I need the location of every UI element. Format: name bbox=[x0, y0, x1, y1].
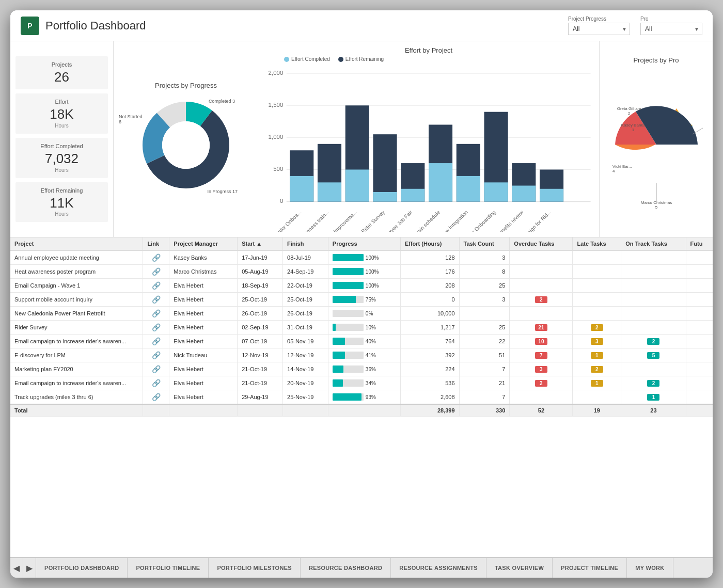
cell-effort: 2,608 bbox=[400, 390, 459, 405]
bar-completed-9 bbox=[512, 186, 536, 202]
bottom-tabs: ◀ ▶ PORTFOLIO DASHBOARD PORTFOLIO TIMELI… bbox=[10, 557, 713, 578]
table-row: Rider Survey 🔗 Elva Hebert 02-Sep-19 31-… bbox=[10, 321, 713, 335]
legend-remaining-dot bbox=[338, 57, 343, 62]
cell-overdue: 2 bbox=[510, 293, 573, 307]
total-late: 19 bbox=[573, 404, 621, 417]
cell-link[interactable]: 🔗 bbox=[143, 265, 169, 279]
col-manager[interactable]: Project Manager bbox=[169, 237, 238, 250]
link-icon[interactable]: 🔗 bbox=[152, 309, 161, 317]
svg-text:Kasey Banks: Kasey Banks bbox=[621, 123, 645, 128]
tab-resource-dashboard[interactable]: RESOURCE DASHBOARD bbox=[301, 558, 391, 578]
cell-late bbox=[573, 250, 621, 265]
col-progress[interactable]: Progress bbox=[328, 237, 400, 250]
legend-completed-label: Effort Completed bbox=[291, 56, 330, 62]
link-icon[interactable]: 🔗 bbox=[152, 253, 161, 262]
cell-link[interactable]: 🔗 bbox=[143, 279, 169, 293]
cell-link[interactable]: 🔗 bbox=[143, 307, 169, 321]
cell-link[interactable]: 🔗 bbox=[143, 293, 169, 307]
link-icon[interactable]: 🔗 bbox=[152, 393, 161, 401]
pie-chart-area: Projects by Pro bbox=[599, 41, 713, 237]
tab-nav-right[interactable]: ▶ bbox=[23, 558, 36, 578]
overdue-badge: 3 bbox=[535, 366, 547, 373]
cell-start: 26-Oct-19 bbox=[238, 307, 283, 321]
cell-project: Marketing plan FY2020 bbox=[10, 362, 143, 376]
cell-late: 3 bbox=[573, 335, 621, 348]
tab-nav-left[interactable]: ◀ bbox=[10, 558, 23, 578]
filter1-select[interactable]: All bbox=[568, 23, 630, 35]
link-icon[interactable]: 🔗 bbox=[152, 365, 161, 373]
filter2-select-wrapper: All bbox=[640, 23, 702, 35]
cell-tasks: 7 bbox=[459, 362, 510, 376]
tab-project-timeline[interactable]: PROJECT TIMELINE bbox=[553, 558, 627, 578]
link-icon[interactable]: 🔗 bbox=[152, 295, 161, 304]
cell-start: 12-Nov-19 bbox=[238, 348, 283, 362]
cell-effort: 208 bbox=[400, 279, 459, 293]
stat-effort-unit: Hours bbox=[23, 123, 101, 129]
table-row: Annual employee update meeting 🔗 Kasey B… bbox=[10, 250, 713, 265]
overdue-badge: 10 bbox=[535, 338, 547, 345]
col-project[interactable]: Project bbox=[10, 237, 143, 250]
cell-link[interactable]: 🔗 bbox=[143, 362, 169, 376]
cell-ontrack bbox=[621, 250, 686, 265]
table-row: Email campaign to increase rider's aware… bbox=[10, 335, 713, 348]
tab-task-overview[interactable]: TASK OVERVIEW bbox=[486, 558, 553, 578]
col-link[interactable]: Link bbox=[143, 237, 169, 250]
cell-manager: Elva Hebert bbox=[169, 279, 238, 293]
cell-link[interactable]: 🔗 bbox=[143, 390, 169, 405]
col-tasks[interactable]: Task Count bbox=[459, 237, 510, 250]
data-table-area[interactable]: Project Link Project Manager Start ▲ Fin… bbox=[10, 237, 713, 557]
svg-text:1,500: 1,500 bbox=[269, 102, 284, 108]
cell-start: 29-Aug-19 bbox=[238, 390, 283, 405]
cell-link[interactable]: 🔗 bbox=[143, 335, 169, 348]
progress-bar-bg bbox=[333, 379, 364, 387]
cell-tasks: 25 bbox=[459, 279, 510, 293]
cell-manager: Kasey Banks bbox=[169, 250, 238, 265]
link-icon[interactable]: 🔗 bbox=[152, 323, 161, 331]
stat-effort-completed-label: Effort Completed bbox=[23, 143, 101, 149]
table-row: Email campaign to increase rider's aware… bbox=[10, 376, 713, 390]
tab-resource-assignments[interactable]: RESOURCE ASSIGNMENTS bbox=[391, 558, 486, 578]
col-effort[interactable]: Effort (Hours) bbox=[400, 237, 459, 250]
cell-link[interactable]: 🔗 bbox=[143, 321, 169, 335]
cell-late bbox=[573, 307, 621, 321]
cell-manager: Elva Hebert bbox=[169, 376, 238, 390]
cell-link[interactable]: 🔗 bbox=[143, 250, 169, 265]
cell-future bbox=[686, 250, 713, 265]
cell-link[interactable]: 🔗 bbox=[143, 348, 169, 362]
cell-finish: 05-Nov-19 bbox=[283, 335, 328, 348]
progress-bar-fill bbox=[333, 352, 345, 359]
cell-project: Email campaign to increase rider's aware… bbox=[10, 376, 143, 390]
link-icon[interactable]: 🔗 bbox=[152, 351, 161, 359]
cell-progress: 100% bbox=[328, 250, 400, 265]
col-ontrack[interactable]: On Track Tasks bbox=[621, 237, 686, 250]
tab-portfolio-milestones[interactable]: PORTFOLIO MILESTONES bbox=[209, 558, 301, 578]
cell-effort: 176 bbox=[400, 265, 459, 279]
filter2-select[interactable]: All bbox=[640, 23, 702, 35]
col-overdue[interactable]: Overdue Tasks bbox=[510, 237, 573, 250]
charts-row: Projects 26 Effort 18K Hours Effort Comp… bbox=[10, 41, 713, 237]
link-icon[interactable]: 🔗 bbox=[152, 281, 161, 290]
link-icon[interactable]: 🔗 bbox=[152, 267, 161, 276]
progress-bar-fill bbox=[333, 282, 364, 289]
cell-progress: 100% bbox=[328, 279, 400, 293]
tab-portfolio-dashboard[interactable]: PORTFOLIO DASHBOARD bbox=[36, 558, 128, 578]
link-icon[interactable]: 🔗 bbox=[152, 337, 161, 345]
progress-bar-bg bbox=[333, 393, 364, 401]
col-finish[interactable]: Finish bbox=[283, 237, 328, 250]
header-title: Portfolio Dashboard bbox=[45, 19, 146, 33]
cell-late: 2 bbox=[573, 362, 621, 376]
link-icon[interactable]: 🔗 bbox=[152, 379, 161, 387]
col-late[interactable]: Late Tasks bbox=[573, 237, 621, 250]
cell-tasks: 21 bbox=[459, 376, 510, 390]
filter1-select-wrapper: All bbox=[568, 23, 630, 35]
table-row: Track upgrades (miles 3 thru 6) 🔗 Elva H… bbox=[10, 390, 713, 405]
bar-completed-5 bbox=[401, 189, 425, 202]
total-tasks: 330 bbox=[459, 404, 510, 417]
col-future[interactable]: Futu bbox=[686, 237, 713, 250]
col-start[interactable]: Start ▲ bbox=[238, 237, 283, 250]
tab-portfolio-timeline[interactable]: PORTFOLIO TIMELINE bbox=[128, 558, 209, 578]
donut-chart-area: Projects by Progress bbox=[114, 41, 258, 237]
tab-my-work[interactable]: MY WORK bbox=[627, 558, 673, 578]
cell-link[interactable]: 🔗 bbox=[143, 376, 169, 390]
stat-effort-completed-unit: Hours bbox=[23, 167, 101, 173]
